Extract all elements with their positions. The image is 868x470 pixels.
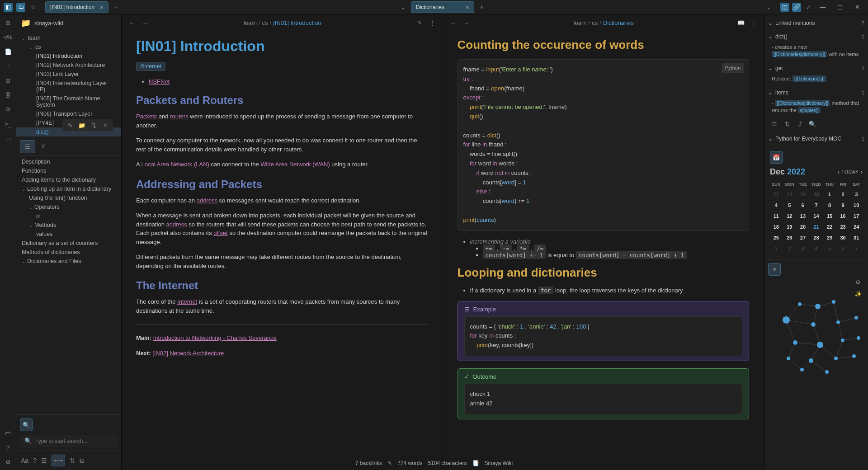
calendar-day[interactable]: 24	[850, 222, 863, 232]
files-icon[interactable]: 🗂	[16, 3, 25, 12]
calendar-day[interactable]: 29	[823, 233, 836, 243]
link-internet[interactable]: Internet	[177, 298, 197, 305]
calendar-day[interactable]: 20	[797, 222, 809, 232]
help-icon[interactable]: ?	[33, 457, 37, 464]
outline-item[interactable]: Description	[16, 157, 121, 166]
outline-item[interactable]: ⌄Looking up an item in a dictionary	[16, 184, 121, 193]
link-routers[interactable]: routers	[170, 113, 188, 120]
breadcrumb[interactable]: learn/cs/Dictionaries	[475, 19, 733, 26]
link-icon[interactable]: 🔗	[792, 3, 801, 12]
back-button[interactable]: ←	[448, 19, 458, 27]
graph-view[interactable]	[768, 279, 864, 379]
gear-icon[interactable]: ⚙	[4, 457, 13, 466]
back-button[interactable]: ←	[127, 19, 137, 27]
outline-item[interactable]: ⌄Methods	[16, 221, 121, 230]
calendar-day[interactable]: 28	[783, 189, 796, 199]
today-button[interactable]: TODAY	[841, 169, 859, 174]
ruler-icon[interactable]: ⟷	[52, 455, 65, 466]
code-icon[interactable]: <%	[4, 33, 13, 42]
edit-icon[interactable]: ✎	[415, 18, 425, 27]
calendar-day[interactable]: 26	[783, 233, 796, 243]
outline-item[interactable]: values	[16, 230, 121, 239]
folder-add-icon[interactable]: 📁	[78, 121, 86, 129]
calendar-day[interactable]: 23	[837, 222, 849, 232]
copy-icon[interactable]: ⧉	[4, 105, 13, 114]
tree-item[interactable]: [IN05] The Domain Name System	[16, 94, 121, 109]
link-nsfnet[interactable]: NSFNet	[149, 78, 170, 85]
more-icon[interactable]: ⋮	[749, 18, 758, 27]
mention-items[interactable]: ⌄items1	[768, 88, 864, 98]
calendar-day[interactable]: 7	[810, 200, 823, 210]
next-month-button[interactable]: ›	[861, 169, 863, 175]
search-input[interactable]	[35, 438, 113, 444]
calendar-day[interactable]: 11	[770, 211, 783, 221]
calendar-day[interactable]: 18	[770, 222, 783, 232]
breadcrumb[interactable]: learn/cs/[IN01] Introduction	[153, 19, 412, 26]
more-icon[interactable]: ⋮	[428, 18, 437, 27]
calendar-day[interactable]: 9	[837, 200, 849, 210]
close-icon[interactable]: ×	[101, 121, 109, 129]
calendar-day[interactable]: 3	[797, 244, 809, 254]
swap-icon[interactable]: ⇅	[783, 119, 792, 128]
close-icon[interactable]: ×	[466, 4, 469, 11]
calendar-day[interactable]: 13	[797, 211, 809, 221]
sort-icon[interactable]: ⇵	[795, 119, 804, 128]
calendar-day[interactable]: 5	[783, 200, 796, 210]
list-view-button[interactable]: ☰	[20, 140, 35, 153]
minimize-button[interactable]: —	[816, 2, 830, 13]
mention-get[interactable]: ⌄get1	[768, 63, 864, 73]
outline-item[interactable]: Methods of dictionaries	[16, 248, 121, 257]
link-address[interactable]: address	[166, 221, 187, 228]
calendar-day[interactable]: 21	[810, 222, 823, 232]
calendar-day[interactable]: 25	[770, 233, 783, 243]
calendar-day[interactable]: 19	[783, 222, 796, 232]
tree-item[interactable]: [IN06] Transport Layer	[16, 109, 121, 118]
calendar-day[interactable]: 15	[823, 211, 836, 221]
calendar-day[interactable]: 29	[797, 189, 809, 199]
link-wan[interactable]: Wide Area Network (WAN)	[260, 161, 330, 168]
gear-icon[interactable]: ⚙	[854, 277, 863, 287]
calendar-day[interactable]: 6	[797, 200, 809, 210]
list-icon[interactable]: ☰	[770, 119, 779, 128]
calendar-day[interactable]: 5	[823, 244, 836, 254]
link-next[interactable]: [IN02] Network Architecture	[152, 350, 224, 357]
terminal-icon[interactable]: >_	[4, 119, 13, 128]
calendar-day[interactable]: 22	[823, 222, 836, 232]
sort-icon[interactable]: ⇅	[70, 457, 75, 464]
tab-dictionaries[interactable]: Dictionaries ×	[411, 1, 474, 13]
expand-icon[interactable]: ⤢	[804, 3, 813, 12]
calendar-day[interactable]: 12	[783, 211, 796, 221]
outline-item[interactable]: Functions	[16, 166, 121, 175]
close-button[interactable]: ✕	[850, 2, 864, 13]
tag-view-button[interactable]: #	[37, 140, 49, 153]
calendar-day[interactable]: 10	[850, 200, 863, 210]
vault-header[interactable]: 📁 sinaya-wiki	[16, 14, 121, 32]
calendar-button[interactable]: 📅	[770, 151, 783, 164]
link-address[interactable]: address	[197, 197, 217, 204]
link-offset[interactable]: offset	[213, 230, 228, 236]
tree-item[interactable]: [IN01] Introduction	[16, 52, 121, 61]
calendar-day[interactable]: 30	[837, 233, 849, 243]
font-icon[interactable]: Aa	[21, 457, 28, 464]
copy-icon[interactable]: ⧉	[80, 457, 84, 465]
tab-introduction[interactable]: [IN01] Introduction ×	[45, 1, 108, 13]
wand-icon[interactable]: ✨	[854, 289, 863, 298]
calendar-day[interactable]: 27	[770, 189, 783, 199]
tree-folder-cs[interactable]: ⌄cs	[16, 42, 121, 52]
calendar-day[interactable]: 1	[770, 244, 783, 254]
link-lan[interactable]: Local Area Network (LAN)	[142, 161, 209, 168]
calendar-day[interactable]: 7	[850, 244, 863, 254]
calendar-day[interactable]: 30	[810, 189, 823, 199]
search-button[interactable]: 🔍	[20, 418, 33, 431]
calendar-day[interactable]: 6	[837, 244, 849, 254]
outline-item[interactable]: Using the len() function	[16, 193, 121, 202]
chevron-down-icon[interactable]: ⌄	[764, 2, 773, 12]
tree-item[interactable]: [IN02] Network Architecture	[16, 61, 121, 70]
apps-icon[interactable]: ⊞	[4, 76, 13, 85]
search-icon[interactable]: 🔍	[808, 119, 817, 128]
calendar-day[interactable]: 2	[783, 244, 796, 254]
sort-icon[interactable]: ⇅	[90, 121, 98, 129]
layout-icon[interactable]: ▭	[4, 134, 13, 143]
calendar-day[interactable]: 27	[797, 233, 809, 243]
tree-item[interactable]: [IN04] Internetworking Layer (IP)	[16, 79, 121, 94]
